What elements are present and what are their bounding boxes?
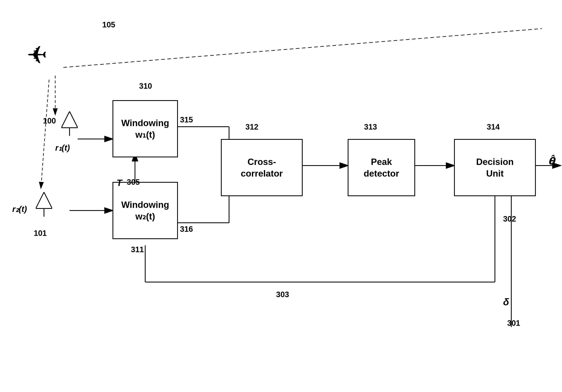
decisionunit-line2: Unit xyxy=(476,168,514,179)
peakdetector-line2: detector xyxy=(364,168,399,179)
label-r1t: r₁(t) xyxy=(55,143,70,152)
label-100: 100 xyxy=(43,116,56,125)
label-310: 310 xyxy=(139,82,152,90)
label-312: 312 xyxy=(246,123,258,131)
decisionunit-block: Decision Unit xyxy=(454,139,536,196)
windowing1-line1: Windowing xyxy=(121,117,169,129)
label-301: 301 xyxy=(507,319,520,328)
peakdetector-block: Peak detector xyxy=(348,139,415,196)
label-311: 311 xyxy=(131,245,144,254)
label-105: 105 xyxy=(102,21,115,29)
windowing2-line2: w₂(t) xyxy=(121,211,169,222)
label-315: 315 xyxy=(180,115,193,124)
label-314: 314 xyxy=(487,123,500,131)
svg-line-2 xyxy=(63,29,542,67)
label-316: 316 xyxy=(180,225,193,234)
decisionunit-line1: Decision xyxy=(476,156,514,168)
windowing2-line1: Windowing xyxy=(121,199,169,211)
crosscorrelator-line2: correlator xyxy=(241,168,283,179)
antenna-1-icon xyxy=(61,111,78,137)
label-305: 305 xyxy=(127,178,140,187)
antenna-2-icon xyxy=(36,192,52,217)
label-313: 313 xyxy=(364,123,377,131)
svg-line-4 xyxy=(41,80,49,188)
label-302: 302 xyxy=(503,215,516,223)
label-T: T xyxy=(117,178,122,188)
label-r2t: r₂(t) xyxy=(12,204,27,214)
svg-marker-21 xyxy=(36,192,52,208)
label-delta: δ xyxy=(503,296,509,308)
crosscorrelator-block: Cross- correlator xyxy=(221,139,303,196)
windowing1-block: Windowing w₁(t) xyxy=(113,100,178,157)
diagram: ✈ 105 100 r₁(t) 101 r₂(t) Windowing w₁(t… xyxy=(0,0,562,392)
peakdetector-line1: Peak xyxy=(364,156,399,168)
crosscorrelator-line1: Cross- xyxy=(241,156,283,168)
windowing1-line2: w₁(t) xyxy=(121,129,169,140)
label-theta-hat: θ̂ xyxy=(548,155,555,167)
label-101: 101 xyxy=(34,229,47,238)
airplane-icon: ✈ xyxy=(27,41,47,69)
svg-marker-19 xyxy=(61,111,78,128)
label-303: 303 xyxy=(276,290,289,299)
windowing2-block: Windowing w₂(t) xyxy=(113,182,178,239)
